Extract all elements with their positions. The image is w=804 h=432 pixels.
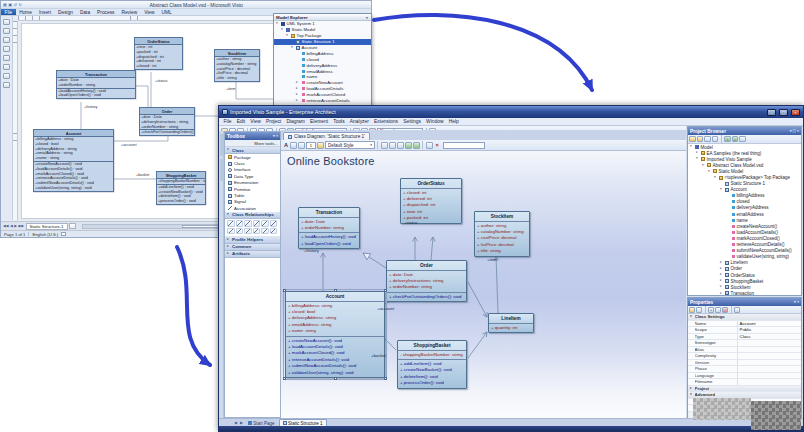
font-tool-icon[interactable]: A [283,142,289,148]
visio-class-shoppingbasket[interactable]: ShoppingBasket -shoppingBasketNumber : s… [156,171,206,205]
selection-handle[interactable] [334,289,337,292]
line-width-stepper[interactable]: 1 [306,142,316,149]
menu-item[interactable]: Element [308,119,331,124]
delete-icon[interactable]: × [434,142,440,148]
ribbon-tab[interactable]: Insert [36,9,55,15]
uml-class-stockitem[interactable]: StockItem + author: string+ catalogNumbe… [474,211,530,257]
ribbon-tab[interactable]: Review [118,9,141,15]
text-color-icon[interactable] [290,142,297,149]
model-explorer-header[interactable]: Model Explorer × [274,14,371,21]
relationship-tool-icon[interactable] [261,220,269,227]
relationship-tool-icon[interactable] [261,228,269,235]
ribbon-tab[interactable]: Data [76,9,93,15]
relationship-tool-icon[interactable] [244,228,252,235]
edit-icon[interactable] [712,136,719,143]
move-up-icon[interactable]: ↑ [724,136,731,143]
zoom-tool-icon[interactable] [3,82,10,88]
expander-icon[interactable] [690,145,694,149]
relationship-tool-icon[interactable] [270,220,278,227]
diagram-style-combo[interactable]: Default Style [325,141,375,149]
toolbox-section-class[interactable]: Class [225,147,280,154]
diagram-canvas[interactable]: Online Bookstore [281,151,686,418]
selection-handle[interactable] [384,377,387,380]
ribbon-tab[interactable]: Process [94,9,118,15]
prev-page-icon[interactable]: ◀ [10,224,13,228]
freeform-tool-icon[interactable] [3,73,10,79]
expander-icon[interactable] [708,170,712,174]
insert-page-icon[interactable] [69,223,76,229]
relationship-tool-icon[interactable] [253,228,261,235]
save-icon[interactable]: ▣ [8,2,12,7]
expander-icon[interactable] [296,93,300,97]
tree-item[interactable]: Transaction [688,290,801,296]
uml-class-orderstatus[interactable]: OrderStatus + closed: int+ delivered: in… [400,178,462,224]
language-indicator[interactable]: English (U.S.) [32,232,58,237]
new-package-icon[interactable] [689,136,696,143]
tab-scroll-left-icon[interactable]: ◀ [233,420,238,425]
menu-item[interactable]: Analyzer [347,119,371,124]
selection-handle[interactable] [283,289,286,292]
menu-item[interactable]: File [221,119,234,124]
menu-item[interactable]: Tools [331,119,348,124]
align-top-icon[interactable] [389,142,396,149]
fill-color-icon[interactable] [298,142,305,149]
layout-icon[interactable] [405,142,412,149]
help-icon[interactable] [734,307,740,313]
menu-item[interactable]: Settings [401,119,424,124]
menu-item[interactable]: Window [423,119,446,124]
close-icon[interactable]: × [365,15,369,20]
expander-icon[interactable] [296,87,300,91]
relationship-tool-icon[interactable] [236,228,244,235]
window-menu-icon[interactable]: ▾ [790,129,792,133]
visio-class-order[interactable]: Order +date : Date+deliveryInstructions … [139,107,195,136]
first-page-icon[interactable]: ◀◀ [3,224,9,228]
ribbon-tab[interactable]: Design [55,9,77,15]
shape-tool-icon[interactable] [3,55,10,61]
text-tool-icon[interactable] [3,37,10,43]
menu-item[interactable]: Diagram [284,119,308,124]
new-element-icon[interactable] [704,136,711,143]
autosize-icon[interactable] [413,142,420,149]
expander-icon[interactable] [720,188,724,192]
visio-class-stockitem[interactable]: StockItem +author : string+catalogNumber… [214,49,260,82]
visio-class-orderstatus[interactable]: OrderStatus +new : int+packed : int+disp… [134,37,183,70]
expander-icon[interactable] [720,292,724,296]
float-icon[interactable]: ▢ [792,129,795,133]
ribbon-tab[interactable]: File [1,9,16,15]
expander-icon[interactable] [720,261,724,265]
expander-icon[interactable] [696,151,700,155]
menu-item[interactable]: Extensions [371,119,400,124]
view-tab[interactable]: Static Structure 1 [279,419,327,426]
expander-icon[interactable] [296,99,300,103]
expander-icon[interactable] [720,267,724,271]
stamp-tool-icon[interactable] [3,64,10,70]
relationship-tool-icon[interactable] [227,228,235,235]
uml-class-order[interactable]: Order + date: Date+ deliveryInstructions… [386,260,467,302]
reset-property-icon[interactable] [722,307,728,313]
macro-record-icon[interactable] [61,232,66,236]
visio-class-transaction[interactable]: Transaction +date : Date+orderNumber : s… [56,70,136,99]
expander-icon[interactable] [291,46,295,50]
minimize-button[interactable]: – [767,109,776,116]
new-diagram-icon[interactable] [697,136,704,143]
selection-handle[interactable] [384,289,387,292]
close-icon[interactable]: × [797,300,799,304]
ea-title-bar[interactable]: Imported Visio Sample - Enterprise Archi… [219,106,803,118]
add-property-icon[interactable]: + [708,307,714,313]
ribbon-tab[interactable]: Home [16,9,36,15]
menu-item[interactable]: View [248,119,264,124]
project-browser-header[interactable]: Project Browser ▾ ▢ × [688,127,801,135]
next-page-icon[interactable]: ▶ [14,224,17,228]
expander-icon[interactable] [702,164,706,168]
uml-class-account[interactable]: Account + billingAddress: string+ closed… [285,291,385,378]
undo-icon[interactable]: ↺ [14,2,17,7]
relationship-tool-icon[interactable] [227,220,235,227]
expander-icon[interactable] [720,273,724,277]
close-button[interactable]: × [791,109,800,116]
menu-item[interactable]: Edit [234,119,248,124]
line-tool-icon[interactable] [3,46,10,52]
align-left-icon[interactable] [381,142,388,149]
relationship-tool-icon[interactable] [253,220,261,227]
relationship-tool-icon[interactable] [244,220,252,227]
toolbox-section[interactable]: Profile Helpers [225,237,280,244]
